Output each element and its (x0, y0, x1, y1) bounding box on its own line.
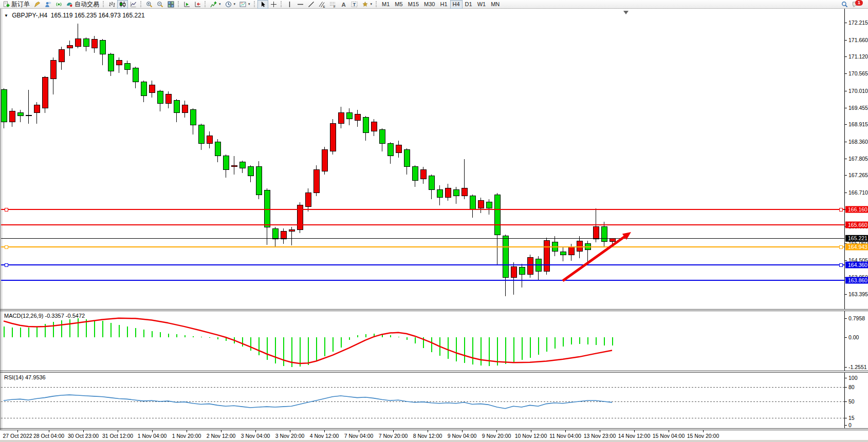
splitter-macd-rsi[interactable] (0, 371, 868, 371)
cursor-icon (260, 1, 266, 8)
crosshair-button[interactable] (268, 0, 279, 9)
line-price-flag-text: 166.160 (848, 206, 867, 213)
rsi-tick-label: 15 (848, 415, 855, 421)
candle-body (387, 144, 393, 156)
line-handle[interactable] (5, 245, 8, 248)
tile-windows-button[interactable] (165, 0, 176, 9)
autotrading-button[interactable]: 自动交易 (64, 0, 101, 9)
vertical-line-button[interactable] (284, 0, 295, 9)
candle-body (157, 91, 163, 104)
macd-indicator-canvas[interactable]: 0.79580.00-1.2551 (0, 311, 868, 371)
candle-body (248, 167, 253, 176)
autoscroll-button[interactable] (181, 0, 192, 9)
candle-body (256, 167, 262, 195)
time-label: 1 Nov 04:00 (138, 433, 167, 439)
chevron-down-icon: ▾ (219, 2, 221, 6)
text-label-button[interactable]: T (349, 0, 360, 9)
candle-body (494, 195, 500, 235)
time-tick (221, 430, 221, 432)
timeframe-d1-button[interactable]: D1 (463, 0, 475, 9)
toolbar-separator (281, 1, 283, 7)
periods-button[interactable]: ▾ (223, 0, 238, 9)
timeframe-m15-button[interactable]: M15 (405, 0, 421, 9)
timeframe-w1-button[interactable]: W1 (475, 0, 489, 9)
rsi-indicator-canvas[interactable]: 1008050150 (0, 373, 868, 428)
candle-body (445, 188, 451, 198)
price-tick-label: 170.010 (848, 88, 868, 94)
community-button[interactable] (43, 0, 53, 9)
candle-body (346, 113, 352, 119)
arrows-button[interactable]: ▾ (360, 0, 375, 9)
price-tick-label: 168.360 (848, 139, 868, 145)
timeframe-h4-button[interactable]: H4 (450, 0, 463, 9)
time-tick (669, 430, 669, 432)
chart-shift-button[interactable] (192, 0, 203, 9)
trendline-button[interactable] (306, 0, 317, 9)
line-handle[interactable] (5, 208, 8, 211)
timeframe-m5-button[interactable]: M5 (392, 0, 405, 9)
line-handle[interactable] (839, 263, 842, 266)
candle-body (124, 64, 130, 70)
time-label: 3 Nov 04:00 (241, 433, 270, 439)
text-icon: A (340, 1, 347, 8)
search-button[interactable] (839, 0, 850, 9)
candle-body (429, 176, 434, 190)
timeframe-mn-button[interactable]: MN (488, 0, 502, 9)
new-order-label: 新订单 (11, 0, 30, 9)
horizontal-line-button[interactable] (295, 0, 306, 9)
line-handle[interactable] (839, 245, 842, 248)
text-button[interactable]: A (338, 0, 349, 9)
metaeditor-button[interactable] (32, 0, 43, 9)
chart-symbol-period: GBPJPY-,H4 (12, 12, 47, 19)
zoom-in-button[interactable] (144, 0, 155, 9)
timeframe-m30-button[interactable]: M30 (421, 0, 437, 9)
time-tick (290, 430, 290, 432)
main-chart-canvas[interactable]: 172.215171.660171.120170.565170.010169.4… (0, 9, 868, 309)
time-tick (565, 430, 566, 432)
line-handle[interactable] (839, 208, 842, 211)
candle-body (412, 167, 418, 181)
toolbar-separator (103, 1, 105, 7)
quote-low: 164.973 (98, 12, 120, 19)
candle-body (34, 105, 40, 113)
channel-button[interactable]: E (317, 0, 327, 9)
trend-arrow-line[interactable] (563, 235, 627, 281)
channel-icon: E (319, 1, 325, 8)
new-order-button[interactable]: 新订单 (1, 0, 32, 9)
line-price-flag-text: 164.943 (848, 244, 867, 250)
metaeditor-icon (34, 1, 41, 8)
time-tick (531, 430, 531, 432)
templates-button[interactable]: ▾ (237, 0, 252, 9)
candle-body (363, 118, 368, 133)
time-label: 27 Oct 2022 (3, 433, 32, 439)
notifications-button[interactable]: 1 (850, 0, 861, 9)
zoom-out-button[interactable] (155, 0, 165, 9)
bars-chart-button[interactable] (106, 0, 117, 9)
chart-shift-marker-icon[interactable] (623, 11, 629, 14)
candlestick-chart-button[interactable] (117, 0, 128, 9)
signals-button[interactable] (53, 0, 64, 9)
indicators-button[interactable]: ▾ (208, 0, 223, 9)
fibonacci-icon: F (329, 1, 336, 8)
timeframe-m1-button[interactable]: M1 (379, 0, 392, 9)
price-tick-label: 171.120 (848, 53, 868, 60)
toolbar-separator (376, 1, 378, 7)
zoom-in-icon (146, 1, 153, 8)
fibonacci-button[interactable]: F (327, 0, 338, 9)
tile-windows-icon (168, 1, 174, 8)
time-label: 7 Nov 20:00 (379, 433, 408, 439)
line-handle[interactable] (5, 263, 8, 266)
macd-tick-label: -1.2551 (848, 364, 867, 370)
candle-body (568, 247, 574, 255)
line-chart-button[interactable] (128, 0, 139, 9)
macd-tick-label: 0.00 (848, 334, 859, 340)
time-label: 3 Nov 20:00 (275, 433, 305, 439)
time-tick (83, 430, 84, 432)
time-axis[interactable]: 27 Oct 202228 Oct 04:0030 Oct 23:0031 Oc… (0, 430, 868, 440)
splitter-main-macd[interactable] (0, 309, 868, 310)
candle-body (437, 190, 442, 198)
chart-menu-triangle-icon[interactable]: ▼ (4, 13, 8, 18)
candle-body (108, 54, 114, 71)
timeframe-h1-button[interactable]: H1 (437, 0, 450, 9)
cursor-button[interactable] (257, 0, 268, 9)
